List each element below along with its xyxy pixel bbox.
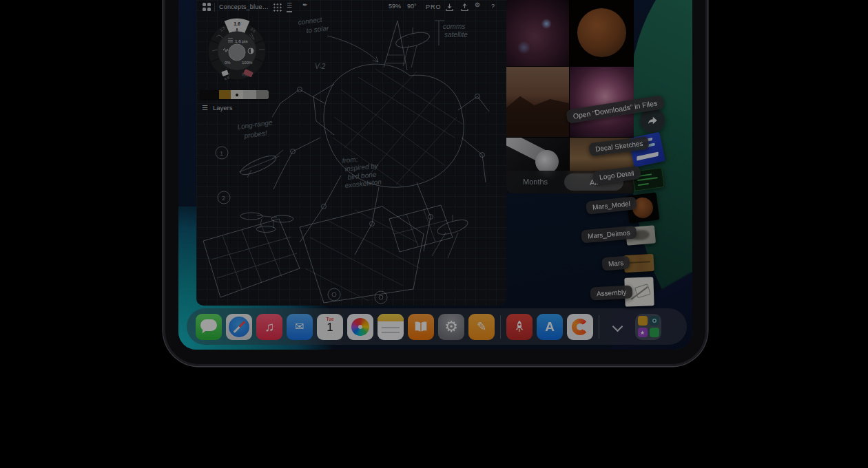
document-title[interactable]: Concepts_blue… [219,3,269,10]
dock-safari-icon[interactable] [226,314,252,340]
palette-swatch-gold[interactable] [219,90,231,99]
chevron-down-icon [612,321,623,332]
toolbar-divider [214,3,215,12]
calendar-day: 1 [317,321,343,334]
annotation-number-1: 1 [220,150,223,157]
help-icon[interactable]: ? [491,3,495,10]
palette-swatch-black[interactable] [200,90,219,99]
palette-swatch-cream[interactable] [231,90,243,99]
dock-pages-icon[interactable]: ✎ [468,314,495,340]
music-note-icon: ♫ [256,314,282,340]
share-arrow-icon [646,114,659,127]
annotation-comms-line1: comms [443,23,465,30]
wheel-stroke-width: 1.6 pts [235,39,248,43]
annotation-number-2: 2 [222,195,225,202]
photos-app-window: Months All [506,0,634,193]
import-icon[interactable] [445,3,454,13]
dock-divider-2 [599,315,599,339]
rotation-value[interactable]: 90° [407,3,417,10]
hamburger-icon: ☰ [202,104,208,111]
annotation-connect-line2: to solar [306,24,330,34]
layers-label: Layers [213,104,233,111]
stage: connect to solar comms satellite V-2 Lon… [0,0,868,468]
dock-mail-icon[interactable]: ✉ [287,314,313,340]
wheel-opacity-min: 0% [225,61,231,65]
color-palette-bar[interactable] [200,90,269,99]
gear-icon: ⚙ [438,314,464,340]
dot-grid-icon[interactable] [273,3,282,12]
annotation-version: V-2 [315,63,326,70]
dock-calendar-icon[interactable]: Tue 1 [317,314,343,340]
annotation-note-line1: from: [342,156,358,164]
library-mini-icon-camera [650,316,659,326]
drag-label-mars[interactable]: Mars [601,256,630,271]
lines-menu-icon[interactable]: ☰ [287,1,292,12]
wheel-knob[interactable] [229,44,245,61]
photo-mars-planet[interactable] [570,0,634,66]
wheel-opacity-max: 100% [242,61,253,65]
pro-badge[interactable]: PRO [426,3,442,10]
dock-collapse-button[interactable] [605,314,631,340]
palette-swatch-silver[interactable] [243,90,256,99]
dock-app-library[interactable]: ★ [635,314,661,340]
library-mini-icon-green [650,328,659,337]
appstore-a-icon: A [537,314,563,340]
rocket-icon [506,314,533,340]
photo-mars-landscape[interactable] [506,67,569,137]
drag-label-assembly[interactable]: Assembly [590,285,633,300]
layers-button[interactable]: ☰ Layers [202,104,232,111]
library-mini-icon-yellow [638,316,648,326]
dock-divider [500,315,501,339]
export-share-icon[interactable] [460,3,469,13]
annotation-comms-line2: satellite [444,31,468,39]
app-grid-icon[interactable] [203,3,211,11]
dock-messages-icon[interactable] [196,314,222,340]
settings-gear-icon[interactable]: ⚙ [475,1,480,8]
dock-photos-icon[interactable] [347,314,373,340]
concepts-app-window[interactable]: connect to solar comms satellite V-2 Lon… [196,0,506,306]
dock-books-icon[interactable] [408,314,434,340]
palette-swatch-gray[interactable] [256,90,269,99]
zoom-level[interactable]: 59% [389,3,401,10]
dock-rocket-app-icon[interactable] [506,314,533,340]
dock-concepts-icon[interactable] [567,314,593,340]
dock-notes-icon[interactable] [378,314,404,340]
dock-appstore-icon[interactable]: A [537,314,563,340]
photo-horsehead-nebula[interactable] [506,0,569,66]
annotation-range-line1: Long-range [237,118,273,131]
envelope-icon: ✉ [287,314,313,340]
annotation-range-line2: probes! [243,129,268,140]
concepts-toolbar: Concepts_blue… ☰ ✒ 59% 90° PRO ⚙ ? [196,0,506,15]
palette-selection-dot [236,94,238,96]
dock-settings-icon[interactable]: ⚙ [438,314,464,340]
ipad-screen: connect to solar comms satellite V-2 Lon… [178,0,692,350]
dock-music-icon[interactable]: ♫ [256,314,282,340]
wheel-size-top: 1.6 [234,21,240,26]
pen-icon: ✎ [468,314,495,340]
library-mini-icon-star: ★ [638,328,648,337]
tool-wheel[interactable]: 1.6 1.3 3.5 8.9 14.5 1.6 pts 0% 100% [205,18,269,81]
pen-nib-icon[interactable]: ✒ [302,1,308,8]
open-book-icon [408,314,434,340]
tab-months[interactable]: Months [523,178,548,186]
dock: ♫ ✉ Tue 1 ⚙ ✎ [187,308,687,345]
